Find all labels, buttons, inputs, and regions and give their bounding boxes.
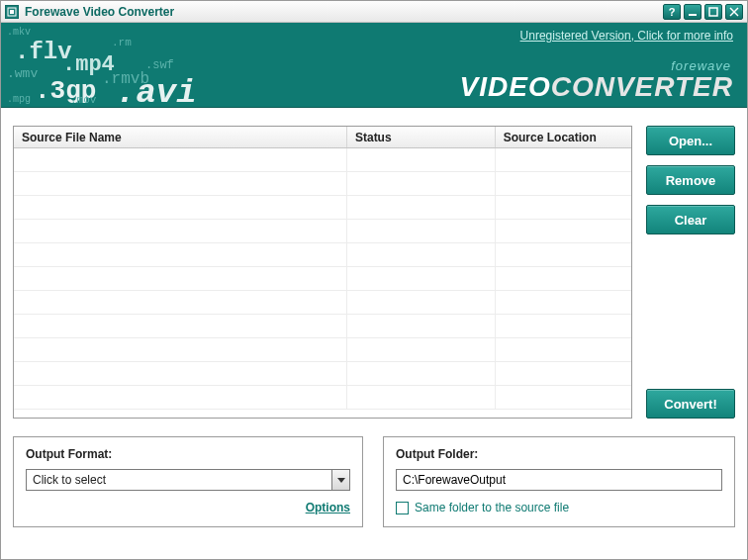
svg-marker-6 xyxy=(337,478,345,483)
banner-formats-art: .mkv .flv .rm .wmv .mp4 .swf .3gp .rmvb … xyxy=(1,23,258,107)
file-table: Source File Name Status Source Location xyxy=(13,126,632,419)
table-row xyxy=(14,315,631,338)
same-folder-checkbox[interactable] xyxy=(396,502,409,514)
help-button[interactable]: ? xyxy=(663,4,681,20)
col-header-status[interactable]: Status xyxy=(347,127,496,147)
output-folder-panel: Output Folder: Same folder to the source… xyxy=(383,436,735,527)
clear-button[interactable]: Clear xyxy=(646,205,735,234)
table-row xyxy=(14,172,631,196)
table-row xyxy=(14,196,631,220)
window-title: Forewave Video Converter xyxy=(25,5,174,19)
app-icon xyxy=(5,5,19,19)
same-folder-label: Same folder to the source file xyxy=(415,501,569,514)
table-row xyxy=(14,220,631,243)
brand-logo: forewave VIDEOCONVERTER xyxy=(460,58,733,101)
output-folder-label: Output Folder: xyxy=(396,447,722,461)
options-link[interactable]: Options xyxy=(306,501,350,514)
table-row xyxy=(14,243,631,267)
header-banner: .mkv .flv .rm .wmv .mp4 .swf .3gp .rmvb … xyxy=(1,23,747,108)
table-row xyxy=(14,338,631,362)
table-row xyxy=(14,386,631,410)
convert-button[interactable]: Convert! xyxy=(646,389,735,419)
maximize-button[interactable] xyxy=(704,4,722,20)
brand-big-1: VIDEO xyxy=(460,71,551,102)
open-button[interactable]: Open... xyxy=(646,126,735,155)
output-format-select[interactable]: Click to select xyxy=(26,469,350,491)
output-format-label: Output Format: xyxy=(26,447,350,461)
close-button[interactable] xyxy=(725,4,743,20)
table-header-row: Source File Name Status Source Location xyxy=(14,127,631,148)
table-row xyxy=(14,362,631,386)
svg-rect-3 xyxy=(709,8,717,16)
svg-rect-1 xyxy=(10,10,14,14)
table-body xyxy=(14,148,631,410)
output-format-selected: Click to select xyxy=(27,473,331,487)
output-format-panel: Output Format: Click to select Options xyxy=(13,436,363,527)
unregistered-link[interactable]: Unregistered Version, Click for more inf… xyxy=(520,29,733,43)
col-header-name[interactable]: Source File Name xyxy=(14,127,347,147)
window-titlebar: Forewave Video Converter ? xyxy=(1,1,747,23)
minimize-button[interactable] xyxy=(684,4,701,20)
brand-big-2: CONVERTER xyxy=(551,71,733,102)
table-row xyxy=(14,267,631,291)
table-row xyxy=(14,291,631,315)
table-row xyxy=(14,148,631,172)
output-folder-input[interactable] xyxy=(396,469,722,491)
remove-button[interactable]: Remove xyxy=(646,165,735,195)
dropdown-icon xyxy=(331,470,349,490)
col-header-location[interactable]: Source Location xyxy=(496,127,631,147)
